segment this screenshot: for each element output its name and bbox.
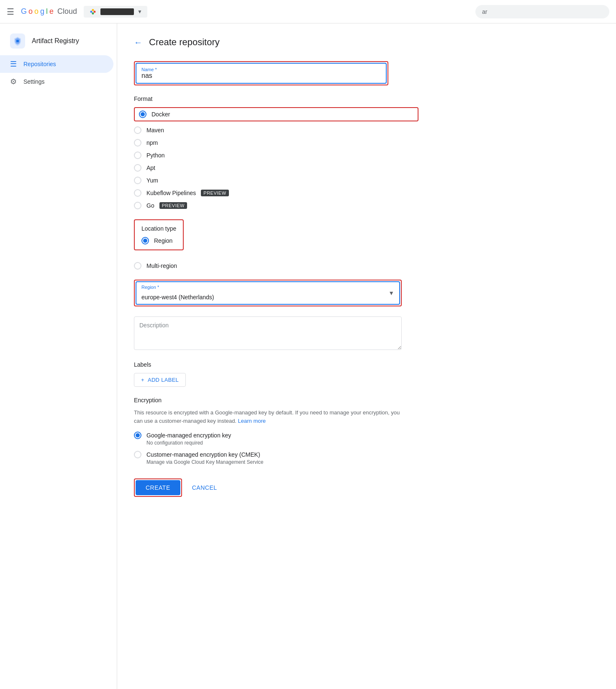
format-section: Format Docker Maven npm	[134, 95, 418, 209]
sidebar-title: Artifact Registry	[32, 37, 79, 45]
action-buttons: CREATE CANCEL	[134, 478, 418, 497]
kubeflow-label: Kubeflow Pipelines	[146, 190, 196, 196]
yum-radio[interactable]	[134, 177, 141, 184]
format-option-maven[interactable]: Maven	[134, 126, 418, 134]
region-radio[interactable]	[141, 237, 149, 244]
artifact-registry-logo	[10, 33, 25, 49]
kubeflow-radio[interactable]	[134, 189, 141, 197]
python-radio[interactable]	[134, 152, 141, 159]
location-type-label: Location type	[141, 225, 176, 232]
npm-label: npm	[146, 139, 158, 146]
sidebar: Artifact Registry ☰ Repositories ⚙ Setti…	[0, 23, 117, 689]
multiregion-label: Multi-region	[146, 262, 177, 269]
settings-icon: ⚙	[10, 77, 17, 86]
region-select[interactable]: europe-west4 (Netherlands) us-central1 (…	[141, 289, 394, 301]
labels-section: Labels + ADD LABEL	[134, 361, 418, 387]
add-label-button[interactable]: + ADD LABEL	[134, 373, 186, 387]
apt-radio[interactable]	[134, 164, 141, 172]
main-content: ← Create repository Name * Format Do	[117, 23, 616, 689]
apt-label: Apt	[146, 165, 155, 171]
cancel-button[interactable]: CANCEL	[192, 484, 217, 491]
google-managed-radio[interactable]	[134, 432, 141, 439]
sidebar-item-repositories[interactable]: ☰ Repositories	[0, 55, 113, 73]
encryption-radio-group: Google-managed encryption key No configu…	[134, 432, 418, 465]
maven-label: Maven	[146, 127, 164, 134]
sidebar-header: Artifact Registry	[0, 27, 117, 55]
project-chevron-icon: ▼	[137, 9, 142, 15]
sidebar-item-repositories-label: Repositories	[23, 61, 56, 67]
format-option-yum[interactable]: Yum	[134, 177, 418, 184]
format-radio-group: Docker Maven npm Python	[134, 107, 418, 209]
name-field: Name *	[136, 63, 387, 84]
name-field-label: Name *	[141, 67, 157, 72]
project-name	[100, 8, 134, 15]
region-label: Region	[154, 237, 172, 244]
format-option-npm[interactable]: npm	[134, 139, 418, 147]
location-type-multiregion[interactable]: Multi-region	[134, 262, 418, 270]
format-option-docker[interactable]: Docker	[139, 111, 170, 118]
location-type-region[interactable]: Region	[141, 237, 176, 244]
menu-icon[interactable]: ☰	[7, 7, 14, 17]
svg-point-3	[92, 12, 94, 14]
repositories-icon: ☰	[10, 59, 17, 69]
project-selector[interactable]: ▼	[84, 6, 147, 18]
back-button[interactable]: ←	[134, 38, 142, 47]
encryption-option-cmek[interactable]: Customer-managed encryption key (CMEK) M…	[134, 451, 418, 465]
topbar: ☰ Google Cloud ▼ ar	[0, 0, 616, 23]
cmek-radio[interactable]	[134, 451, 141, 458]
sidebar-item-settings-label: Settings	[23, 78, 45, 85]
go-preview-badge: PREVIEW	[159, 202, 187, 209]
project-dots-icon	[89, 8, 97, 16]
encryption-section: Encryption This resource is encrypted wi…	[134, 397, 418, 465]
add-label-icon: +	[141, 377, 144, 383]
location-type-highlight: Location type Region	[134, 219, 184, 250]
page-title: Create repository	[149, 37, 220, 48]
format-option-go[interactable]: Go PREVIEW	[134, 202, 418, 209]
docker-label: Docker	[151, 111, 170, 118]
region-dropdown-highlight: Region * europe-west4 (Netherlands) us-c…	[134, 280, 402, 306]
location-type-radio-group: Region	[141, 237, 176, 244]
svg-rect-4	[16, 40, 19, 42]
encryption-option-google[interactable]: Google-managed encryption key No configu…	[134, 432, 418, 446]
google-managed-label: Google-managed encryption key	[146, 432, 231, 439]
svg-point-0	[90, 10, 92, 13]
format-option-python[interactable]: Python	[134, 152, 418, 159]
go-label: Go	[146, 202, 154, 209]
name-input[interactable]	[141, 70, 381, 80]
encryption-description: This resource is encrypted with a Google…	[134, 409, 402, 425]
maven-radio[interactable]	[134, 126, 141, 134]
learn-more-link[interactable]: Learn more	[238, 418, 266, 424]
google-logo: Google Cloud	[21, 7, 77, 16]
region-dropdown: Region * europe-west4 (Netherlands) us-c…	[136, 281, 400, 305]
docker-option-highlight: Docker	[134, 107, 418, 121]
name-field-highlight: Name *	[134, 61, 388, 85]
svg-point-2	[92, 9, 94, 11]
sidebar-item-settings[interactable]: ⚙ Settings	[0, 73, 113, 90]
npm-radio[interactable]	[134, 139, 141, 147]
yum-label: Yum	[146, 177, 158, 184]
layout: Artifact Registry ☰ Repositories ⚙ Setti…	[0, 23, 616, 689]
format-option-kubeflow[interactable]: Kubeflow Pipelines PREVIEW	[134, 189, 418, 197]
encryption-label: Encryption	[134, 397, 418, 404]
cmek-sub: Manage via Google Cloud Key Management S…	[146, 459, 418, 465]
multiregion-radio[interactable]	[134, 262, 141, 270]
python-label: Python	[146, 152, 165, 159]
page-header: ← Create repository	[134, 37, 599, 48]
kubeflow-preview-badge: PREVIEW	[201, 190, 228, 196]
docker-radio[interactable]	[139, 111, 146, 118]
format-label: Format	[134, 95, 418, 102]
add-label-text: ADD LABEL	[148, 377, 179, 383]
labels-label: Labels	[134, 361, 418, 368]
region-field-label: Region *	[141, 285, 159, 290]
search-bar[interactable]: ar	[475, 5, 609, 18]
create-button[interactable]: CREATE	[136, 480, 180, 495]
google-managed-sub: No configuration required	[146, 440, 418, 446]
cmek-label: Customer-managed encryption key (CMEK)	[146, 451, 260, 458]
description-field[interactable]	[134, 316, 402, 350]
svg-point-1	[94, 10, 96, 13]
go-radio[interactable]	[134, 202, 141, 209]
create-repository-form: Name * Format Docker Maven	[134, 61, 418, 497]
format-option-apt[interactable]: Apt	[134, 164, 418, 172]
create-button-highlight: CREATE	[134, 478, 182, 497]
